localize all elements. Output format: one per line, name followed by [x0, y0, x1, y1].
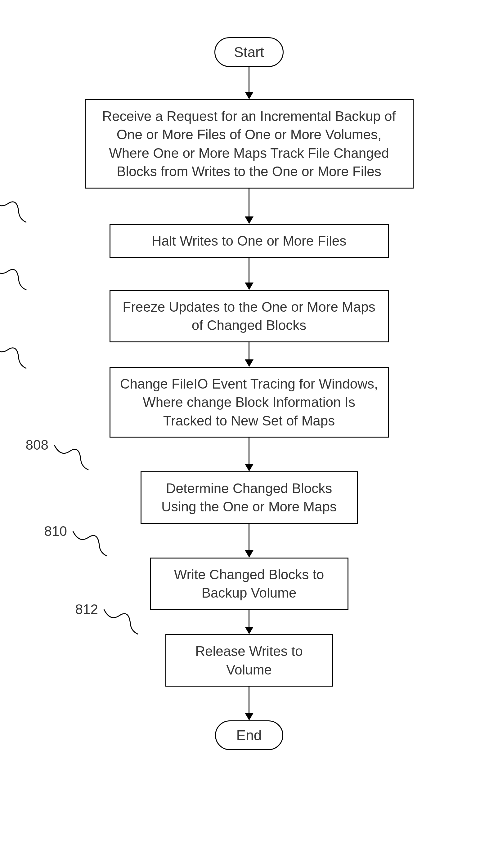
terminal-start: Start — [214, 37, 284, 67]
process-806: Change FileIO Event Tracing for Windows,… — [109, 367, 389, 437]
arrow — [245, 437, 253, 471]
arrow — [245, 342, 253, 367]
arrow — [245, 687, 253, 720]
step-808: 808 Determine Changed Blocks Using the O… — [141, 471, 358, 524]
arrow — [245, 67, 253, 99]
step-810: 810 Write Changed Blocks to Backup Volum… — [150, 558, 349, 610]
process-812: Release Writes to Volume — [166, 634, 333, 687]
arrow — [245, 189, 253, 224]
process-804: Freeze Updates to the One or More Maps o… — [109, 290, 389, 342]
step-806: 806 Change FileIO Event Tracing for Wind… — [109, 367, 389, 437]
ref-label-810: 810 — [44, 524, 67, 539]
ref-label-812: 812 — [75, 601, 98, 617]
arrow — [245, 524, 253, 558]
process-800: Receive a Request for an Incremental Bac… — [85, 99, 414, 189]
step-804: 804 Freeze Updates to the One or More Ma… — [109, 290, 389, 342]
arrow — [245, 610, 253, 634]
ref-label-808: 808 — [26, 437, 49, 453]
step-800: 800 Receive a Request for an Incremental… — [85, 99, 414, 189]
terminal-end: End — [215, 720, 283, 750]
step-812: 812 Release Writes to Volume — [166, 634, 333, 687]
process-802: Halt Writes to One or More Files — [109, 224, 389, 258]
process-808: Determine Changed Blocks Using the One o… — [141, 471, 358, 524]
arrow — [245, 258, 253, 290]
flowchart-container: Start 800 Receive a Request for an Incre… — [85, 37, 414, 750]
process-810: Write Changed Blocks to Backup Volume — [150, 558, 349, 610]
step-802: 802 Halt Writes to One or More Files — [109, 224, 389, 258]
